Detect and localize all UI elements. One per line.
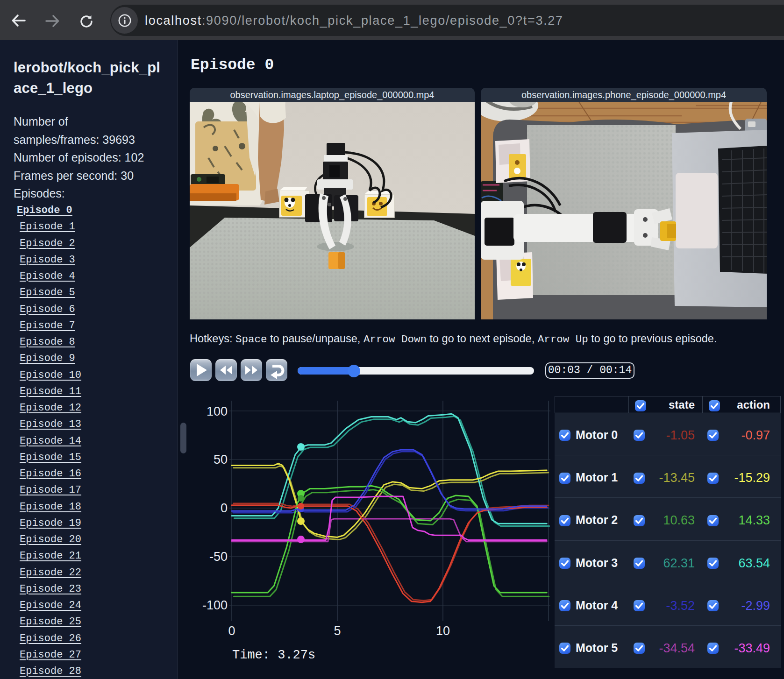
svg-text:10: 10 <box>436 624 450 638</box>
svg-text:0: 0 <box>221 501 228 515</box>
svg-text:0: 0 <box>228 624 235 638</box>
svg-text:-50: -50 <box>209 550 228 564</box>
svg-text:50: 50 <box>214 453 228 467</box>
svg-text:5: 5 <box>334 624 341 638</box>
svg-text:100: 100 <box>207 404 228 418</box>
svg-text:-100: -100 <box>202 598 228 612</box>
